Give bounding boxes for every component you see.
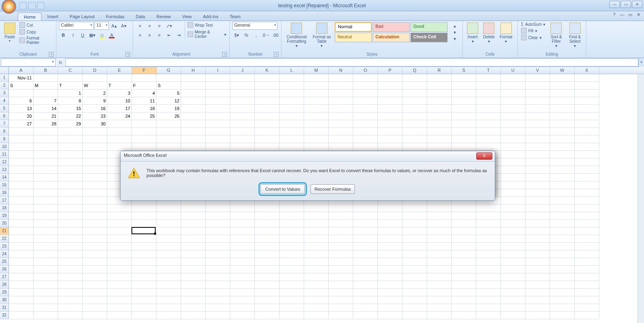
cell-C20[interactable] — [58, 220, 83, 227]
font-color-button[interactable]: A — [107, 31, 116, 39]
styles-scroll-down[interactable]: ▾ — [450, 28, 459, 35]
row-header-12[interactable]: 12 — [0, 158, 9, 166]
doc-close-button[interactable]: ✕ — [635, 12, 642, 19]
cell-L20[interactable] — [279, 220, 304, 227]
cell-E1[interactable] — [107, 74, 132, 82]
cell-M30[interactable] — [304, 296, 329, 304]
cell-D10[interactable] — [83, 143, 107, 151]
cell-V21[interactable] — [525, 227, 550, 235]
cell-P7[interactable] — [378, 120, 402, 128]
cell-H29[interactable] — [181, 289, 206, 296]
cell-S28[interactable] — [452, 281, 476, 289]
cell-C14[interactable] — [58, 174, 83, 181]
cell-U7[interactable] — [501, 120, 525, 128]
row-header-32[interactable]: 32 — [0, 312, 9, 319]
cell-A16[interactable] — [9, 189, 33, 197]
cell-X7[interactable] — [575, 120, 599, 128]
cell-J7[interactable] — [230, 120, 255, 128]
cell-I24[interactable] — [206, 250, 230, 258]
column-header-P[interactable]: P — [378, 67, 402, 74]
cell-N27[interactable] — [329, 273, 353, 281]
border-button[interactable]: ▦▾ — [88, 31, 97, 39]
row-header-18[interactable]: 18 — [0, 204, 9, 212]
cell-E10[interactable] — [107, 143, 132, 151]
underline-button[interactable]: U — [78, 31, 87, 39]
cell-B1[interactable] — [33, 74, 58, 82]
cell-H18[interactable] — [181, 204, 206, 212]
cell-D15[interactable] — [83, 181, 107, 189]
shrink-font-button[interactable]: A▾ — [119, 22, 128, 30]
cell-S25[interactable] — [452, 258, 476, 266]
tab-insert[interactable]: Insert — [42, 12, 64, 21]
cell-I5[interactable] — [206, 105, 230, 112]
cell-N9[interactable] — [329, 135, 353, 143]
cell-L26[interactable] — [279, 266, 304, 273]
cell-S6[interactable] — [452, 112, 476, 120]
cell-H9[interactable] — [181, 135, 206, 143]
cell-G7[interactable] — [156, 120, 181, 128]
cell-W23[interactable] — [550, 243, 575, 250]
cell-P21[interactable] — [378, 227, 402, 235]
cell-U11[interactable] — [501, 151, 525, 158]
cell-B5[interactable]: 14 — [33, 105, 58, 112]
cell-U18[interactable] — [501, 204, 525, 212]
paste-button[interactable]: Paste ▾ — [2, 22, 17, 44]
cell-P20[interactable] — [378, 220, 402, 227]
cell-N30[interactable] — [329, 296, 353, 304]
cell-W19[interactable] — [550, 212, 575, 220]
cell-X14[interactable] — [575, 174, 599, 181]
cell-O23[interactable] — [353, 243, 378, 250]
style-bad[interactable]: Bad — [373, 22, 410, 32]
cell-V14[interactable] — [525, 174, 550, 181]
cell-S22[interactable] — [452, 235, 476, 243]
cell-V24[interactable] — [525, 250, 550, 258]
cell-X19[interactable] — [575, 212, 599, 220]
cell-J28[interactable] — [230, 281, 255, 289]
cell-R8[interactable] — [427, 128, 452, 135]
cell-N2[interactable] — [329, 82, 353, 90]
cell-T4[interactable] — [476, 97, 501, 105]
cell-A20[interactable] — [9, 220, 33, 227]
cell-X6[interactable] — [575, 112, 599, 120]
cell-V10[interactable] — [525, 143, 550, 151]
cell-T27[interactable] — [476, 273, 501, 281]
cell-N6[interactable] — [329, 112, 353, 120]
cell-K30[interactable] — [255, 296, 279, 304]
qat-undo-icon[interactable] — [28, 2, 35, 9]
cell-F32[interactable] — [132, 312, 156, 319]
cell-B26[interactable] — [33, 266, 58, 273]
cell-F4[interactable]: 11 — [132, 97, 156, 105]
column-header-U[interactable]: U — [501, 67, 525, 74]
cell-X15[interactable] — [575, 181, 599, 189]
cell-S18[interactable] — [452, 204, 476, 212]
cell-E19[interactable] — [107, 212, 132, 220]
style-neutral[interactable]: Neutral — [335, 33, 372, 42]
cell-R2[interactable] — [427, 82, 452, 90]
cell-H21[interactable] — [181, 227, 206, 235]
cell-B13[interactable] — [33, 166, 58, 174]
cell-J31[interactable] — [230, 304, 255, 312]
cell-K26[interactable] — [255, 266, 279, 273]
cell-X16[interactable] — [575, 189, 599, 197]
cell-X10[interactable] — [575, 143, 599, 151]
tab-add-ins[interactable]: Add-Ins — [197, 12, 224, 21]
cell-B17[interactable] — [33, 197, 58, 204]
cell-O30[interactable] — [353, 296, 378, 304]
cell-R25[interactable] — [427, 258, 452, 266]
cell-N26[interactable] — [329, 266, 353, 273]
tab-home[interactable]: Home — [18, 12, 42, 21]
cell-I7[interactable] — [206, 120, 230, 128]
cell-P26[interactable] — [378, 266, 402, 273]
cell-K8[interactable] — [255, 128, 279, 135]
cell-P10[interactable] — [378, 143, 402, 151]
accounting-format-button[interactable]: $▾ — [232, 31, 241, 39]
cell-J3[interactable] — [230, 90, 255, 97]
column-header-F[interactable]: F — [132, 67, 156, 74]
cell-S27[interactable] — [452, 273, 476, 281]
cell-W20[interactable] — [550, 220, 575, 227]
cell-D25[interactable] — [83, 258, 107, 266]
cell-O9[interactable] — [353, 135, 378, 143]
cell-O19[interactable] — [353, 212, 378, 220]
cell-A31[interactable] — [9, 304, 33, 312]
cell-D4[interactable]: 9 — [83, 97, 107, 105]
